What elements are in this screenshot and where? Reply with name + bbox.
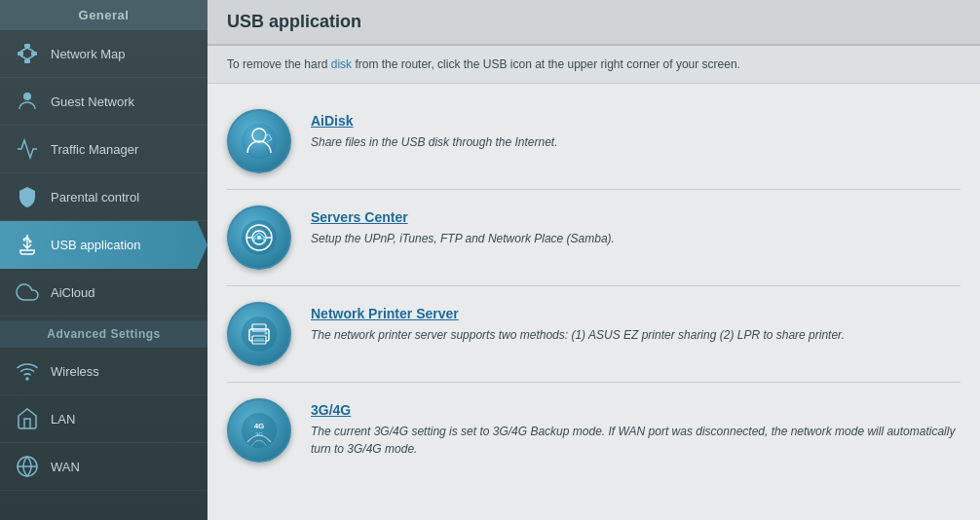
printer-server-icon-circle [227, 302, 291, 366]
3g4g-name[interactable]: 3G/4G [311, 402, 961, 418]
sidebar-item-label: AiCloud [51, 285, 95, 300]
svg-rect-3 [24, 59, 30, 63]
sidebar-item-traffic-manager[interactable]: Traffic Manager [0, 126, 207, 173]
traffic-manager-icon [14, 135, 41, 163]
aidisk-icon-circle [227, 109, 291, 173]
svg-text:3G: 3G [255, 431, 263, 437]
content-area: AiDisk Share files in the USB disk throu… [207, 84, 980, 488]
3g4g-text: 3G/4G The current 3G/4G setting is set t… [311, 398, 961, 458]
sidebar-item-label: LAN [51, 412, 75, 427]
3g4g-description: The current 3G/4G setting is set to 3G/4… [311, 423, 961, 458]
app-item-aidisk: AiDisk Share files in the USB disk throu… [227, 93, 961, 190]
servers-center-description: Setup the UPnP, iTunes, FTP and Network … [311, 230, 961, 247]
sidebar-item-label: Wireless [51, 364, 99, 379]
sidebar-item-aicloud[interactable]: AiCloud [0, 269, 207, 316]
sidebar-item-label: Network Map [51, 47, 126, 61]
aidisk-description: Share files in the USB disk through the … [311, 133, 961, 151]
svg-point-8 [23, 93, 31, 100]
network-map-icon [14, 40, 41, 67]
usb-application-icon [14, 231, 41, 258]
svg-text:4G: 4G [254, 422, 265, 430]
lan-icon [14, 405, 41, 432]
sidebar-item-guest-network[interactable]: Guest Network [0, 78, 207, 126]
parental-control-icon [14, 183, 41, 210]
app-item-printer-server: Network Printer Server The network print… [227, 286, 961, 383]
sidebar-item-label: Parental control [51, 190, 139, 204]
printer-server-description: The network printer server supports two … [311, 326, 961, 344]
aicloud-icon [14, 279, 41, 306]
page-title: USB application [207, 0, 980, 46]
highlight-disk: disk [331, 57, 352, 71]
sidebar-item-network-map[interactable]: Network Map [0, 30, 207, 78]
svg-rect-0 [24, 44, 30, 48]
guest-network-icon [14, 88, 41, 115]
sidebar-item-label: Traffic Manager [51, 142, 138, 157]
instruction-text: To remove the hard disk from the router,… [207, 46, 980, 84]
sidebar: General Network Map Guest Network Traffi… [0, 0, 207, 520]
sidebar-item-parental-control[interactable]: Parental control [0, 173, 207, 221]
svg-rect-26 [252, 336, 266, 344]
printer-server-name[interactable]: Network Printer Server [311, 306, 961, 321]
servers-center-text: Servers Center Setup the UPnP, iTunes, F… [311, 205, 961, 247]
main-content: USB application To remove the hard disk … [207, 0, 980, 520]
svg-rect-2 [31, 52, 37, 56]
sidebar-item-label: WAN [51, 460, 80, 474]
svg-point-13 [26, 378, 28, 380]
svg-line-6 [20, 56, 27, 59]
sidebar-item-wan[interactable]: WAN [0, 443, 207, 491]
svg-line-4 [20, 48, 27, 52]
app-item-3g4g: 4G 3G 3G/4G The current 3G/4G setting is… [227, 383, 961, 478]
servers-center-name[interactable]: Servers Center [311, 209, 961, 225]
sidebar-item-lan[interactable]: LAN [0, 395, 207, 443]
svg-point-31 [242, 413, 277, 448]
general-section-label: General [0, 0, 207, 30]
printer-server-text: Network Printer Server The network print… [311, 302, 961, 344]
aidisk-name[interactable]: AiDisk [311, 113, 961, 129]
sidebar-item-label: USB application [51, 238, 141, 252]
sidebar-item-label: Guest Network [51, 94, 134, 109]
svg-rect-1 [18, 52, 23, 56]
servers-center-icon-circle [227, 205, 291, 270]
advanced-section-label: Advanced Settings [0, 320, 207, 348]
svg-line-7 [27, 56, 34, 59]
aidisk-text: AiDisk Share files in the USB disk throu… [311, 109, 961, 151]
sidebar-item-usb-application[interactable]: USB application [0, 221, 207, 269]
wireless-icon [14, 357, 41, 385]
wan-icon [14, 453, 41, 480]
svg-point-24 [242, 316, 277, 352]
svg-line-5 [27, 48, 34, 52]
app-item-servers-center: Servers Center Setup the UPnP, iTunes, F… [227, 190, 961, 286]
svg-point-28 [265, 332, 268, 335]
sidebar-item-wireless[interactable]: Wireless [0, 348, 207, 395]
3g4g-icon-circle: 4G 3G [227, 398, 291, 463]
